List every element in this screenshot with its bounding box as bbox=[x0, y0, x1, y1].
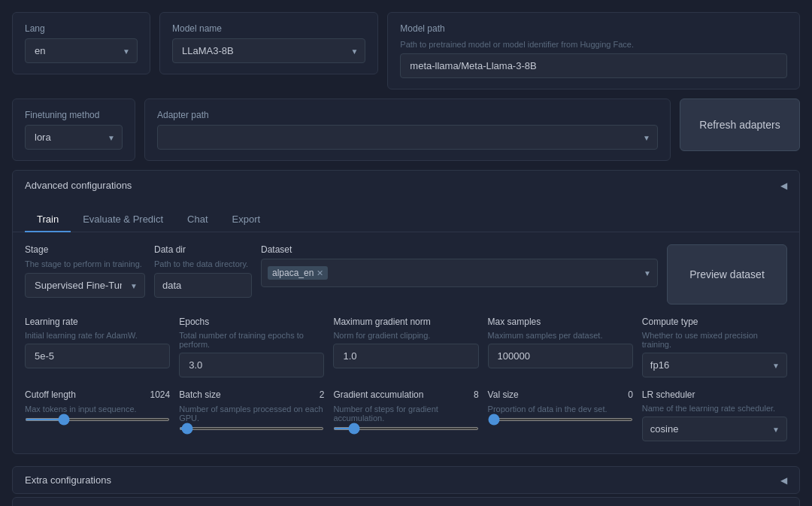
model-name-select[interactable]: LLaMA3-8B bbox=[172, 38, 365, 63]
val-size-header: Val size 0 bbox=[488, 389, 633, 400]
stage-label: Stage bbox=[25, 244, 145, 255]
compute-type-group: Compute type Whether to use mixed precis… bbox=[642, 317, 787, 377]
adapter-path-field-group: Adapter path ▼ bbox=[157, 110, 658, 150]
finetuning-select[interactable]: lora bbox=[25, 125, 123, 150]
max-samples-input[interactable] bbox=[488, 344, 633, 368]
stage-field-group: Stage The stage to perform in training. … bbox=[25, 244, 145, 298]
epochs-input[interactable] bbox=[179, 353, 324, 377]
model-path-section: Model path Path to pretrained model or m… bbox=[387, 12, 800, 89]
model-path-field-group: Model path Path to pretrained model or m… bbox=[400, 23, 787, 78]
data-dir-sublabel: Path to the data directory. bbox=[154, 259, 252, 268]
max-gradient-norm-input[interactable] bbox=[333, 344, 478, 368]
batch-size-label: Batch size bbox=[179, 389, 220, 400]
refresh-adapters-button[interactable]: Refresh adapters bbox=[680, 98, 800, 151]
finetuning-select-wrapper: lora ▼ bbox=[25, 125, 123, 150]
epochs-label: Epochs bbox=[179, 317, 324, 327]
finetuning-label: Finetuning method bbox=[25, 110, 123, 120]
gradient-accumulation-group: Gradient accumulation 8 Number of steps … bbox=[333, 389, 478, 430]
data-dir-label: Data dir bbox=[154, 244, 252, 255]
adapter-path-label: Adapter path bbox=[157, 110, 658, 120]
cutoff-length-value: 1024 bbox=[150, 389, 171, 400]
lang-field-group: Lang en ▼ bbox=[25, 23, 138, 63]
learning-rate-sublabel: Initial learning rate for AdamW. bbox=[25, 331, 170, 340]
tabs: Train Evaluate & Predict Chat Export bbox=[25, 208, 787, 232]
dataset-tag-text: alpaca_en bbox=[272, 268, 314, 278]
extra-configurations-chevron: ◀ bbox=[780, 475, 787, 486]
second-row: Finetuning method lora ▼ Adapter path ▼ bbox=[12, 98, 800, 161]
model-path-label: Model path bbox=[400, 23, 787, 34]
dataset-dropdown-arrow[interactable]: ▼ bbox=[644, 269, 651, 277]
main-container: Lang en ▼ Model name LLaMA3-8B ▼ bbox=[0, 0, 812, 506]
top-row: Lang en ▼ Model name LLaMA3-8B ▼ bbox=[12, 12, 800, 89]
extra-configurations-title: Extra configurations bbox=[25, 474, 111, 486]
gradient-accumulation-slider[interactable] bbox=[333, 427, 478, 430]
adapter-path-select[interactable] bbox=[157, 125, 658, 150]
batch-size-group: Batch size 2 Number of samples processed… bbox=[179, 389, 324, 430]
max-gradient-norm-sublabel: Norm for gradient clipping. bbox=[333, 331, 478, 340]
dataset-label: Dataset bbox=[261, 244, 658, 255]
epochs-sublabel: Total number of training epochs to perfo… bbox=[179, 331, 324, 349]
lr-scheduler-group: LR scheduler Name of the learning rate s… bbox=[642, 389, 787, 441]
tab-chat[interactable]: Chat bbox=[175, 208, 220, 232]
model-name-label: Model name bbox=[172, 23, 365, 34]
cutoff-length-header: Cutoff length 1024 bbox=[25, 389, 170, 400]
lr-scheduler-select-wrapper: cosine linear constant ▼ bbox=[642, 417, 787, 441]
max-samples-label: Max samples bbox=[488, 317, 633, 327]
stage-sublabel: The stage to perform in training. bbox=[25, 259, 145, 268]
batch-size-value: 2 bbox=[320, 389, 325, 400]
gradient-accumulation-sublabel: Number of steps for gradient accumulatio… bbox=[333, 404, 478, 423]
batch-size-sublabel: Number of samples processed on each GPU. bbox=[179, 404, 324, 423]
compute-type-label: Compute type bbox=[642, 317, 787, 327]
slider-row: Cutoff length 1024 Max tokens in input s… bbox=[25, 389, 787, 441]
lr-scheduler-select[interactable]: cosine linear constant bbox=[642, 417, 787, 441]
val-size-label: Val size bbox=[488, 389, 519, 400]
epochs-group: Epochs Total number of training epochs t… bbox=[179, 317, 324, 377]
advanced-configurations-chevron: ◀ bbox=[780, 180, 787, 191]
stage-select-wrapper: Supervised Fine-Tuning ▼ bbox=[25, 273, 145, 298]
cutoff-length-label: Cutoff length bbox=[25, 389, 76, 400]
tab-train[interactable]: Train bbox=[25, 208, 71, 232]
compute-type-select-wrapper: fp16 bf16 fp32 ▼ bbox=[642, 353, 787, 377]
advanced-configurations-header[interactable]: Advanced configurations ◀ bbox=[13, 171, 799, 200]
cutoff-length-group: Cutoff length 1024 Max tokens in input s… bbox=[25, 389, 170, 421]
max-gradient-norm-label: Maximum gradient norm bbox=[333, 317, 478, 327]
freeze-tuning-section: Freeze tuning configurations ◀ bbox=[12, 497, 800, 506]
finetuning-section: Finetuning method lora ▼ bbox=[12, 98, 135, 161]
tab-export[interactable]: Export bbox=[220, 208, 273, 232]
tab-evaluate-predict[interactable]: Evaluate & Predict bbox=[71, 208, 175, 232]
lr-scheduler-label: LR scheduler bbox=[642, 389, 787, 400]
extra-configurations-section: Extra configurations ◀ bbox=[12, 466, 800, 494]
max-samples-group: Max samples Maximum samples per dataset. bbox=[488, 317, 633, 368]
model-name-section: Model name LLaMA3-8B ▼ bbox=[159, 12, 378, 74]
compute-type-select[interactable]: fp16 bf16 fp32 bbox=[642, 353, 787, 377]
extra-configurations-header[interactable]: Extra configurations ◀ bbox=[13, 467, 799, 493]
lang-label: Lang bbox=[25, 23, 138, 34]
cutoff-length-slider[interactable] bbox=[25, 418, 170, 421]
dataset-tag: alpaca_en ✕ bbox=[268, 266, 328, 280]
lang-select[interactable]: en bbox=[25, 38, 138, 63]
train-content: Stage The stage to perform in training. … bbox=[13, 232, 799, 453]
data-dir-field-group: Data dir Path to the data directory. bbox=[154, 244, 252, 298]
stage-select[interactable]: Supervised Fine-Tuning bbox=[25, 273, 145, 298]
advanced-configurations-title: Advanced configurations bbox=[25, 180, 132, 191]
val-size-sublabel: Proportion of data in the dev set. bbox=[488, 404, 633, 414]
gradient-accumulation-value: 8 bbox=[474, 389, 479, 400]
learning-rate-input[interactable] bbox=[25, 344, 170, 368]
metrics-row: Learning rate Initial learning rate for … bbox=[25, 317, 787, 377]
val-size-value: 0 bbox=[628, 389, 633, 400]
data-dir-input[interactable] bbox=[154, 273, 252, 298]
val-size-group: Val size 0 Proportion of data in the dev… bbox=[488, 389, 633, 421]
dataset-tag-remove[interactable]: ✕ bbox=[317, 268, 323, 278]
advanced-configurations-section: Advanced configurations ◀ Train Evaluate… bbox=[12, 170, 800, 454]
freeze-tuning-header[interactable]: Freeze tuning configurations ◀ bbox=[13, 498, 799, 506]
dataset-field-group: Dataset alpaca_en ✕ ▼ bbox=[261, 244, 658, 287]
batch-size-slider[interactable] bbox=[179, 427, 324, 430]
max-samples-sublabel: Maximum samples per dataset. bbox=[488, 331, 633, 340]
finetuning-field-group: Finetuning method lora ▼ bbox=[25, 110, 123, 150]
adapter-path-select-wrapper: ▼ bbox=[157, 125, 658, 150]
lang-section: Lang en ▼ bbox=[12, 12, 150, 74]
preview-dataset-button[interactable]: Preview dataset bbox=[667, 244, 787, 305]
val-size-slider[interactable] bbox=[488, 418, 633, 421]
dataset-input-wrapper[interactable]: alpaca_en ✕ ▼ bbox=[261, 259, 658, 287]
model-path-input[interactable] bbox=[400, 53, 787, 78]
